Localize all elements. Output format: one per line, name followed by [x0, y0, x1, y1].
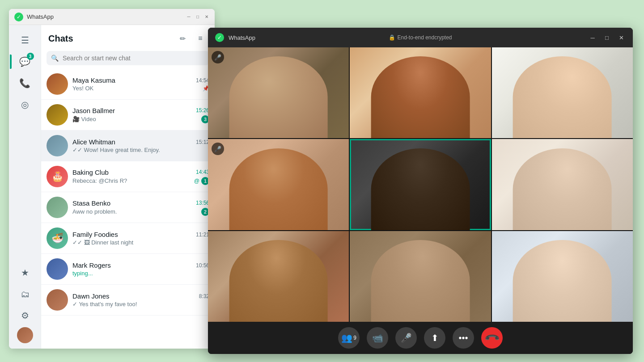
video-cell-2 — [350, 47, 491, 138]
chat-time: 15:26 — [196, 107, 209, 114]
sidebar-status-icon[interactable]: ◎ — [15, 95, 35, 114]
chat-info: Mark Rogers 10:56 typing... — [72, 261, 209, 277]
video-icon: 📹 — [372, 333, 383, 343]
maximize-button[interactable]: □ — [195, 14, 200, 20]
list-item[interactable]: Stasa Benko 13:56 Aww no problem. 2 — [41, 192, 215, 223]
call-minimize-button[interactable]: ─ — [588, 33, 597, 42]
close-button[interactable]: ✕ — [204, 14, 209, 20]
avatar: 🍜 — [47, 227, 68, 249]
chat-top: Jason Ballmer 15:26 — [72, 107, 209, 114]
chat-info: Stasa Benko 13:56 Aww no problem. 2 — [72, 199, 209, 216]
chat-preview: ✓ Yes that's my fave too! — [72, 301, 137, 307]
chat-name: Dawn Jones — [72, 292, 110, 300]
sidebar-bottom: ★ 🗂 ⚙ — [15, 263, 35, 343]
avatar — [47, 104, 68, 126]
participant-8 — [371, 240, 470, 322]
video-cell-4: 🎤 — [208, 139, 349, 230]
participants-button[interactable]: 👥 9 — [338, 327, 360, 349]
chat-name: Maya Kasuma — [72, 76, 115, 84]
chat-name: Baking Club — [72, 168, 109, 176]
mention-icon: @ — [194, 178, 199, 184]
avatar — [47, 289, 68, 311]
encrypted-text: End-to-end endcrypted — [397, 34, 452, 41]
list-item[interactable]: 🍜 Family Foodies 11:21 ✓✓ 🖼 Dinner last … — [41, 223, 215, 254]
mute-indicator-4: 🎤 — [212, 143, 224, 155]
list-item[interactable]: Dawn Jones 8:32 ✓ Yes that's my fave too… — [41, 285, 215, 316]
lock-icon: 🔒 — [389, 34, 395, 41]
call-maximize-button[interactable]: □ — [602, 33, 611, 42]
participant-4 — [229, 148, 328, 230]
avatar — [47, 73, 68, 95]
minimize-button[interactable]: ─ — [186, 14, 191, 20]
search-bar: 🔍 — [47, 51, 209, 65]
video-cell-5 — [350, 139, 491, 230]
sidebar-archived-icon[interactable]: 🗂 — [15, 284, 35, 304]
call-close-button[interactable]: ✕ — [617, 33, 626, 42]
chat-time: 10:56 — [196, 262, 209, 269]
chats-badge: 3 — [27, 53, 34, 60]
screen-share-icon: ⬆ — [431, 333, 439, 343]
chat-list: Maya Kasuma 14:54 Yes! OK 📌 Ja — [41, 69, 215, 349]
chat-info: Maya Kasuma 14:54 Yes! OK 📌 — [72, 76, 209, 92]
participants-icon: 👥 — [341, 333, 352, 343]
window-controls: ─ □ ✕ — [186, 14, 209, 20]
more-options-button[interactable]: ••• — [453, 327, 474, 349]
chat-preview: Yes! OK — [72, 85, 93, 92]
chat-top: Family Foodies 11:21 — [72, 231, 209, 238]
video-cell-7 — [208, 231, 349, 322]
whatsapp-logo: ✓ — [14, 13, 23, 21]
mic-icon: 🎤 — [401, 333, 412, 343]
chat-info: Family Foodies 11:21 ✓✓ 🖼 Dinner last ni… — [72, 231, 209, 246]
participant-6 — [513, 148, 612, 230]
chats-title: Chats — [48, 34, 73, 44]
list-item[interactable]: Mark Rogers 10:56 typing... — [41, 254, 215, 285]
chats-panel: Chats ✏ ≡ 🔍 Maya Kasuma — [41, 25, 215, 349]
new-chat-button[interactable]: ✏ — [175, 31, 190, 46]
whatsapp-background-window: ✓ WhatsApp ─ □ ✕ ☰ 💬 3 📞 ◎ — [9, 9, 215, 349]
sidebar-calls-icon[interactable]: 📞 — [15, 73, 35, 93]
chat-time: 15:12 — [196, 139, 209, 145]
chat-preview: ✓✓ 🖼 Dinner last night — [72, 239, 133, 246]
mic-toggle-button[interactable]: 🎤 — [395, 327, 417, 349]
left-sidebar: ☰ 💬 3 📞 ◎ ★ 🗂 — [9, 25, 41, 349]
chat-name: Stasa Benko — [72, 199, 110, 207]
sidebar-settings-icon[interactable]: ⚙ — [15, 306, 35, 325]
video-cell-8 — [350, 231, 491, 322]
video-cell-9 — [492, 231, 633, 322]
filter-button[interactable]: ≡ — [193, 31, 208, 46]
sidebar-menu-icon[interactable]: ☰ — [15, 30, 35, 50]
participant-5 — [371, 148, 470, 230]
chat-preview: typing... — [72, 270, 93, 277]
chat-name: Alice Whitman — [72, 138, 115, 146]
avatar — [47, 258, 68, 280]
chat-top: Stasa Benko 13:56 — [72, 199, 209, 207]
sidebar-top: ☰ 💬 3 📞 ◎ — [15, 30, 35, 263]
call-window-controls: ─ □ ✕ — [588, 33, 626, 42]
avatar: 🎂 — [47, 166, 68, 187]
search-input[interactable] — [47, 51, 209, 65]
sidebar-starred-icon[interactable]: ★ — [15, 263, 35, 282]
chat-time: 14:43 — [196, 169, 209, 175]
list-item[interactable]: 🎂 Baking Club 14:43 Rebecca: @Chris R? @… — [41, 161, 215, 192]
participant-3 — [513, 56, 612, 138]
call-controls: 👥 9 📹 🎤 ⬆ ••• 📞 — [208, 322, 633, 354]
chat-name: Jason Ballmer — [72, 107, 115, 114]
chat-bottom: ✓ Yes that's my fave too! — [72, 301, 209, 307]
chat-bottom: Aww no problem. 2 — [72, 208, 209, 216]
chat-name: Family Foodies — [72, 231, 118, 238]
chat-top: Mark Rogers 10:56 — [72, 261, 209, 269]
screen-share-button[interactable]: ⬆ — [424, 327, 445, 349]
avatar — [47, 197, 68, 218]
video-toggle-button[interactable]: 📹 — [367, 327, 388, 349]
user-avatar[interactable] — [17, 327, 33, 343]
video-cell-3 — [492, 47, 633, 138]
list-item[interactable]: Maya Kasuma 14:54 Yes! OK 📌 — [41, 69, 215, 100]
list-item[interactable]: Alice Whitman 15:12 ✓✓ Wow! Have great t… — [41, 130, 215, 161]
sidebar-chats-icon[interactable]: 💬 3 — [15, 52, 35, 72]
chat-bottom: 🎥 Video 3 — [72, 115, 209, 123]
end-call-button[interactable]: 📞 — [481, 327, 503, 349]
avatar — [47, 135, 68, 156]
list-item[interactable]: Jason Ballmer 15:26 🎥 Video 3 — [41, 100, 215, 130]
participant-9 — [513, 240, 612, 322]
search-icon: 🔍 — [51, 55, 59, 62]
